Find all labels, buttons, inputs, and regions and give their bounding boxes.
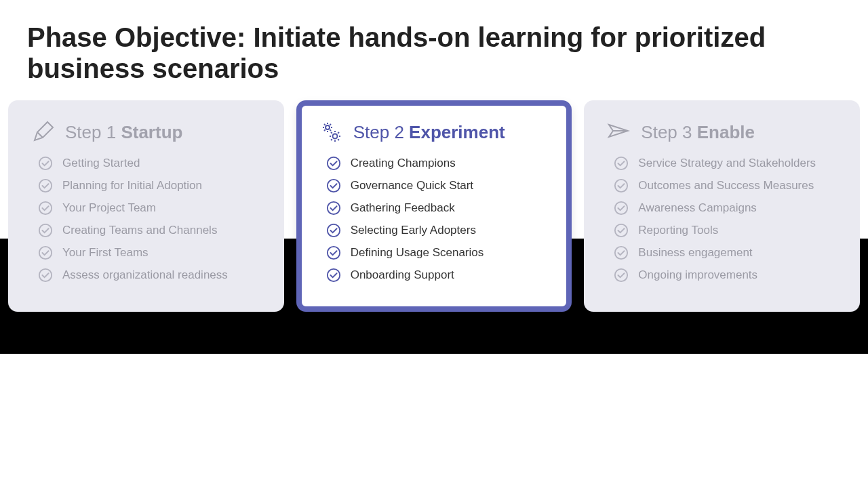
check-icon	[326, 268, 341, 283]
step-title: Step 1 Startup	[65, 122, 182, 143]
check-icon	[38, 268, 53, 283]
step-card-enable: Step 3 Enable Service Strategy and Stake…	[584, 100, 860, 312]
list-item: Ongoing improvements	[614, 268, 837, 283]
svg-point-6	[326, 125, 330, 129]
steps-container: Step 1 Startup Getting Started Planning …	[0, 100, 868, 312]
pencil-icon	[31, 121, 54, 144]
list-item: Assess organizational readiness	[38, 268, 261, 283]
list-item: Outcomes and Success Measures	[614, 178, 837, 193]
svg-point-10	[328, 202, 340, 214]
item-label: Business engagement	[638, 246, 752, 260]
item-label: Governance Quick Start	[351, 179, 473, 192]
check-icon	[326, 201, 341, 216]
item-label: Reporting Tools	[638, 224, 718, 237]
card-header: Step 2 Experiment	[319, 121, 549, 144]
check-icon	[326, 178, 341, 193]
item-label: Selecting Early Adopters	[351, 224, 476, 237]
svg-point-0	[39, 157, 52, 169]
check-icon	[614, 223, 629, 238]
step-items: Service Strategy and Stakeholders Outcom…	[607, 156, 837, 283]
item-label: Ongoing improvements	[638, 268, 757, 282]
item-label: Outcomes and Success Measures	[638, 179, 814, 192]
item-label: Onboarding Support	[351, 268, 454, 282]
list-item: Your Project Team	[38, 201, 261, 216]
check-icon	[326, 223, 341, 238]
step-prefix: Step 1	[65, 122, 121, 142]
item-label: Creating Teams and Channels	[62, 224, 217, 237]
item-label: Assess organizational readiness	[62, 268, 228, 282]
svg-point-3	[39, 224, 52, 237]
check-icon	[614, 178, 629, 193]
step-name: Startup	[121, 122, 182, 142]
item-label: Creating Champions	[351, 157, 456, 170]
svg-point-4	[39, 247, 52, 259]
item-label: Awareness Campaigns	[638, 201, 757, 215]
step-prefix: Step 2	[353, 122, 409, 142]
step-title: Step 2 Experiment	[353, 122, 505, 143]
card-header: Step 3 Enable	[607, 121, 837, 144]
list-item: Awareness Campaigns	[614, 201, 837, 216]
svg-point-8	[328, 157, 340, 169]
list-item: Your First Teams	[38, 245, 261, 260]
item-label: Your Project Team	[62, 201, 156, 215]
check-icon	[38, 223, 53, 238]
svg-point-15	[615, 180, 627, 192]
svg-point-1	[39, 180, 52, 192]
check-icon	[326, 156, 341, 171]
svg-point-9	[328, 180, 340, 192]
step-card-startup: Step 1 Startup Getting Started Planning …	[8, 100, 284, 312]
check-icon	[326, 245, 341, 260]
step-items: Getting Started Planning for Initial Ado…	[31, 156, 261, 283]
check-icon	[614, 156, 629, 171]
list-item: Creating Champions	[326, 156, 549, 171]
svg-point-5	[39, 269, 52, 281]
list-item: Onboarding Support	[326, 268, 549, 283]
svg-point-11	[328, 224, 340, 237]
item-label: Getting Started	[62, 157, 140, 170]
check-icon	[38, 156, 53, 171]
svg-point-7	[332, 134, 337, 139]
list-item: Defining Usage Scenarios	[326, 245, 549, 260]
item-label: Planning for Initial Adoption	[62, 179, 202, 192]
list-item: Governance Quick Start	[326, 178, 549, 193]
step-prefix: Step 3	[641, 122, 696, 142]
list-item: Business engagement	[614, 245, 837, 260]
check-icon	[38, 201, 53, 216]
step-title: Step 3 Enable	[641, 122, 755, 143]
svg-point-16	[615, 202, 627, 214]
check-icon	[614, 268, 629, 283]
page-title: Phase Objective: Initiate hands-on learn…	[0, 0, 868, 100]
svg-point-18	[615, 247, 627, 259]
card-header: Step 1 Startup	[31, 121, 261, 144]
step-items: Creating Champions Governance Quick Star…	[319, 156, 549, 283]
list-item: Planning for Initial Adoption	[38, 178, 261, 193]
svg-point-17	[615, 224, 627, 237]
check-icon	[38, 178, 53, 193]
item-label: Defining Usage Scenarios	[351, 246, 484, 260]
item-label: Gathering Feedback	[351, 201, 455, 215]
check-icon	[38, 245, 53, 260]
send-icon	[607, 121, 630, 144]
list-item: Service Strategy and Stakeholders	[614, 156, 837, 171]
svg-point-14	[615, 157, 627, 169]
svg-point-2	[39, 202, 52, 214]
step-name: Enable	[697, 122, 755, 142]
svg-point-13	[328, 269, 340, 281]
check-icon	[614, 245, 629, 260]
list-item: Creating Teams and Channels	[38, 223, 261, 238]
list-item: Gathering Feedback	[326, 201, 549, 216]
gears-icon	[319, 121, 342, 144]
list-item: Getting Started	[38, 156, 261, 171]
step-card-experiment: Step 2 Experiment Creating Champions Gov…	[296, 100, 572, 312]
list-item: Selecting Early Adopters	[326, 223, 549, 238]
check-icon	[614, 201, 629, 216]
item-label: Your First Teams	[62, 246, 149, 260]
step-name: Experiment	[409, 122, 505, 142]
svg-point-12	[328, 247, 340, 259]
list-item: Reporting Tools	[614, 223, 837, 238]
item-label: Service Strategy and Stakeholders	[638, 157, 816, 170]
svg-point-19	[615, 269, 627, 281]
